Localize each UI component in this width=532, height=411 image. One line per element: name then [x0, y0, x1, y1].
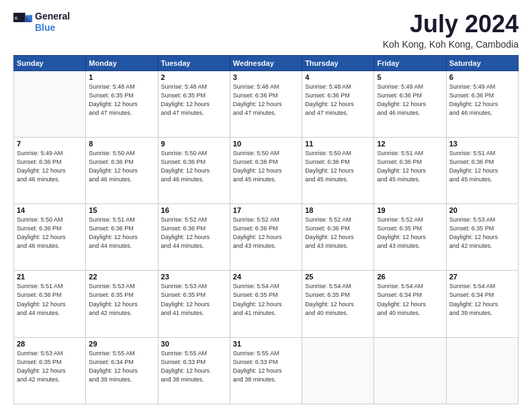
day-info: Sunrise: 5:50 AMSunset: 6:36 PMDaylight:… — [17, 216, 83, 250]
table-row: 24Sunrise: 5:54 AMSunset: 6:35 PMDayligh… — [230, 271, 302, 337]
table-row: 14Sunrise: 5:50 AMSunset: 6:36 PMDayligh… — [14, 204, 86, 271]
table-row: 17Sunrise: 5:52 AMSunset: 6:36 PMDayligh… — [230, 204, 302, 271]
day-number: 1 — [89, 73, 154, 81]
table-row: 4Sunrise: 5:48 AMSunset: 6:36 PMDaylight… — [302, 71, 374, 137]
day-info: Sunrise: 5:54 AMSunset: 6:35 PMDaylight:… — [233, 282, 299, 317]
table-row: 30Sunrise: 5:55 AMSunset: 6:33 PMDayligh… — [158, 337, 230, 404]
table-row: 7Sunrise: 5:49 AMSunset: 6:36 PMDaylight… — [14, 137, 86, 203]
day-info: Sunrise: 5:54 AMSunset: 6:34 PMDaylight:… — [449, 282, 515, 317]
day-info: Sunrise: 5:48 AMSunset: 6:36 PMDaylight:… — [233, 83, 299, 118]
day-info: Sunrise: 5:53 AMSunset: 6:35 PMDaylight:… — [17, 349, 83, 384]
day-info: Sunrise: 5:53 AMSunset: 6:35 PMDaylight:… — [449, 216, 515, 250]
day-number: 24 — [233, 273, 299, 281]
subtitle: Koh Kong, Koh Kong, Cambodia — [383, 39, 519, 50]
day-info: Sunrise: 5:52 AMSunset: 6:35 PMDaylight:… — [377, 216, 443, 250]
table-row: 20Sunrise: 5:53 AMSunset: 6:35 PMDayligh… — [446, 204, 518, 271]
day-number: 10 — [233, 140, 299, 148]
col-friday: Friday — [374, 55, 446, 71]
main-title: July 2024 — [383, 11, 519, 38]
svg-text:G: G — [15, 15, 18, 19]
table-row: 31Sunrise: 5:55 AMSunset: 6:33 PMDayligh… — [230, 337, 302, 404]
table-row: 2Sunrise: 5:48 AMSunset: 6:35 PMDaylight… — [158, 71, 230, 137]
table-row — [374, 337, 446, 404]
day-info: Sunrise: 5:53 AMSunset: 6:35 PMDaylight:… — [161, 282, 227, 317]
calendar: Sunday Monday Tuesday Wednesday Thursday… — [13, 55, 519, 404]
col-tuesday: Tuesday — [158, 55, 230, 71]
day-info: Sunrise: 5:49 AMSunset: 6:36 PMDaylight:… — [377, 83, 443, 118]
day-number: 14 — [17, 206, 83, 214]
day-info: Sunrise: 5:55 AMSunset: 6:33 PMDaylight:… — [233, 349, 299, 384]
day-info: Sunrise: 5:51 AMSunset: 6:36 PMDaylight:… — [449, 149, 515, 184]
day-number: 23 — [161, 273, 227, 281]
day-number: 9 — [161, 140, 227, 148]
day-number: 2 — [161, 73, 227, 81]
table-row — [14, 71, 86, 137]
logo-text: General Blue — [35, 11, 70, 34]
day-info: Sunrise: 5:52 AMSunset: 6:36 PMDaylight:… — [305, 216, 371, 250]
col-sunday: Sunday — [14, 55, 86, 71]
table-row: 22Sunrise: 5:53 AMSunset: 6:35 PMDayligh… — [86, 271, 158, 337]
day-number: 22 — [89, 273, 154, 281]
calendar-week-row: 14Sunrise: 5:50 AMSunset: 6:36 PMDayligh… — [14, 204, 519, 271]
table-row — [302, 337, 374, 404]
day-number: 16 — [161, 206, 227, 214]
day-info: Sunrise: 5:48 AMSunset: 6:36 PMDaylight:… — [305, 83, 371, 118]
day-info: Sunrise: 5:55 AMSunset: 6:34 PMDaylight:… — [89, 349, 154, 384]
day-number: 7 — [17, 140, 83, 148]
day-info: Sunrise: 5:51 AMSunset: 6:36 PMDaylight:… — [89, 216, 154, 250]
day-info: Sunrise: 5:49 AMSunset: 6:36 PMDaylight:… — [449, 83, 515, 118]
table-row: 12Sunrise: 5:51 AMSunset: 6:36 PMDayligh… — [374, 137, 446, 203]
table-row: 1Sunrise: 5:48 AMSunset: 6:35 PMDaylight… — [86, 71, 158, 137]
calendar-week-row: 7Sunrise: 5:49 AMSunset: 6:36 PMDaylight… — [14, 137, 519, 203]
table-row: 29Sunrise: 5:55 AMSunset: 6:34 PMDayligh… — [86, 337, 158, 404]
col-thursday: Thursday — [302, 55, 374, 71]
day-number: 20 — [449, 206, 515, 214]
day-number: 19 — [377, 206, 443, 214]
logo-icon: G — [13, 13, 32, 32]
day-info: Sunrise: 5:51 AMSunset: 6:36 PMDaylight:… — [377, 149, 443, 184]
day-number: 28 — [17, 340, 83, 348]
col-monday: Monday — [86, 55, 158, 71]
day-number: 26 — [377, 273, 443, 281]
day-number: 4 — [305, 73, 371, 81]
day-number: 17 — [233, 206, 299, 214]
col-saturday: Saturday — [446, 55, 518, 71]
day-number: 11 — [305, 140, 371, 148]
table-row: 25Sunrise: 5:54 AMSunset: 6:35 PMDayligh… — [302, 271, 374, 337]
page: G General Blue July 2024 Koh Kong, Koh K… — [0, 0, 532, 411]
table-row: 8Sunrise: 5:50 AMSunset: 6:36 PMDaylight… — [86, 137, 158, 203]
day-info: Sunrise: 5:54 AMSunset: 6:35 PMDaylight:… — [305, 282, 371, 317]
table-row: 23Sunrise: 5:53 AMSunset: 6:35 PMDayligh… — [158, 271, 230, 337]
calendar-week-row: 21Sunrise: 5:51 AMSunset: 6:36 PMDayligh… — [14, 271, 519, 337]
day-number: 21 — [17, 273, 83, 281]
col-wednesday: Wednesday — [230, 55, 302, 71]
table-row: 3Sunrise: 5:48 AMSunset: 6:36 PMDaylight… — [230, 71, 302, 137]
day-info: Sunrise: 5:48 AMSunset: 6:35 PMDaylight:… — [89, 83, 154, 118]
table-row: 16Sunrise: 5:52 AMSunset: 6:36 PMDayligh… — [158, 204, 230, 271]
table-row: 9Sunrise: 5:50 AMSunset: 6:36 PMDaylight… — [158, 137, 230, 203]
calendar-header-row: Sunday Monday Tuesday Wednesday Thursday… — [14, 55, 519, 71]
day-number: 3 — [233, 73, 299, 81]
header: G General Blue July 2024 Koh Kong, Koh K… — [13, 11, 519, 50]
day-number: 18 — [305, 206, 371, 214]
day-number: 5 — [377, 73, 443, 81]
day-info: Sunrise: 5:52 AMSunset: 6:36 PMDaylight:… — [233, 216, 299, 250]
day-number: 6 — [449, 73, 515, 81]
day-number: 27 — [449, 273, 515, 281]
day-number: 30 — [161, 340, 227, 348]
table-row: 6Sunrise: 5:49 AMSunset: 6:36 PMDaylight… — [446, 71, 518, 137]
day-number: 31 — [233, 340, 299, 348]
day-number: 15 — [89, 206, 154, 214]
day-number: 12 — [377, 140, 443, 148]
table-row — [446, 337, 518, 404]
day-info: Sunrise: 5:48 AMSunset: 6:35 PMDaylight:… — [161, 83, 227, 118]
calendar-week-row: 1Sunrise: 5:48 AMSunset: 6:35 PMDaylight… — [14, 71, 519, 137]
day-info: Sunrise: 5:50 AMSunset: 6:36 PMDaylight:… — [233, 149, 299, 184]
table-row: 27Sunrise: 5:54 AMSunset: 6:34 PMDayligh… — [446, 271, 518, 337]
logo: G General Blue — [13, 11, 70, 34]
day-number: 8 — [89, 140, 154, 148]
day-number: 25 — [305, 273, 371, 281]
table-row: 18Sunrise: 5:52 AMSunset: 6:36 PMDayligh… — [302, 204, 374, 271]
day-number: 29 — [89, 340, 154, 348]
table-row: 11Sunrise: 5:50 AMSunset: 6:36 PMDayligh… — [302, 137, 374, 203]
